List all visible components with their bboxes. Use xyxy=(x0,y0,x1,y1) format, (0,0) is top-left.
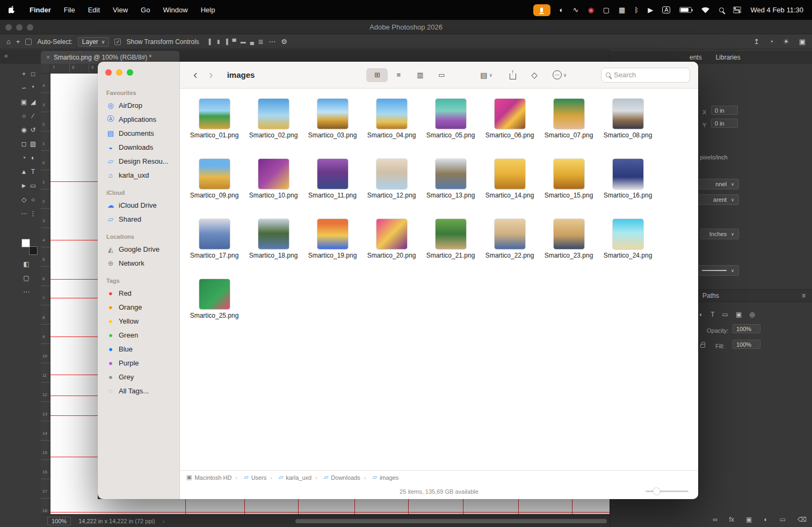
window-manager-icon[interactable]: ▢ xyxy=(603,6,610,13)
file-item[interactable]: Smartico_03.png xyxy=(303,99,362,159)
slider-knob[interactable] xyxy=(653,488,660,495)
more-options-icon[interactable]: ⋯ xyxy=(23,288,30,296)
file-thumbnail[interactable] xyxy=(554,219,584,249)
eraser-tool-icon[interactable]: ◻ xyxy=(19,137,28,151)
more-options-icon[interactable]: ⋯ xyxy=(269,38,276,46)
file-item[interactable]: Smartico_13.png xyxy=(421,159,480,219)
menu-item[interactable]: View xyxy=(113,6,128,14)
sidebar-item[interactable]: ●Purple xyxy=(102,356,175,370)
spotlight-search-icon[interactable] xyxy=(719,8,724,12)
path-mask-icon[interactable]: ▣ xyxy=(736,311,742,318)
file-thumbnail[interactable] xyxy=(613,219,643,249)
close-tab-icon[interactable]: × xyxy=(46,54,50,61)
panel-toggle-icon[interactable]: ▣ xyxy=(799,38,806,46)
menu-item[interactable]: Go xyxy=(141,6,150,14)
units-dropdown[interactable]: Inches∨ xyxy=(700,229,739,239)
path-select-tool-icon[interactable]: ► xyxy=(19,179,28,193)
photoshop-title-bar[interactable]: Adobe Photoshop 2026 xyxy=(0,20,812,34)
file-item[interactable]: Smartico_14.png xyxy=(480,159,539,219)
path-shape-icon[interactable]: ▭ xyxy=(722,311,728,318)
file-item[interactable]: Smartico_08.png xyxy=(598,99,657,159)
canvas-area-bottom[interactable] xyxy=(50,499,610,514)
menu-item[interactable]: Help xyxy=(201,6,215,14)
sidebar-item[interactable]: ●Orange xyxy=(102,300,175,314)
guide-line[interactable] xyxy=(50,240,98,240)
photoshop-traffic-lights[interactable] xyxy=(5,24,33,31)
background-color-swatch[interactable] xyxy=(29,246,38,255)
stroke-style-dropdown[interactable]: ∨ xyxy=(696,265,739,276)
eyedropper-tool-icon[interactable]: ◢ xyxy=(28,95,38,109)
healing-brush-tool-icon[interactable]: ○ xyxy=(19,109,28,123)
fullscreen-button[interactable] xyxy=(127,69,133,76)
group-by-button[interactable]: ▤∨ xyxy=(480,71,492,79)
layer-mask-icon[interactable]: ▣ xyxy=(746,516,752,523)
shape-tool-icon[interactable]: ▭ xyxy=(28,179,38,193)
zoom-level-field[interactable]: 100% xyxy=(47,517,71,525)
file-thumbnail[interactable] xyxy=(554,99,584,129)
home-icon[interactable]: ⌂ xyxy=(6,38,11,46)
tags-button[interactable]: ◇ xyxy=(531,70,538,80)
sidebar-item[interactable]: ◭Google Drive xyxy=(102,242,175,256)
path-item[interactable]: ▣Macintosh HD xyxy=(186,474,231,481)
sidebar-item[interactable]: ◎AirDrop xyxy=(102,98,175,112)
file-thumbnail[interactable] xyxy=(317,219,348,249)
guide-line[interactable] xyxy=(50,375,98,375)
forward-button[interactable]: › xyxy=(209,69,213,81)
path-target-icon[interactable]: ◎ xyxy=(749,311,755,318)
file-thumbnail[interactable] xyxy=(258,159,289,189)
sidebar-item[interactable]: ◒Downloads xyxy=(102,140,175,154)
file-thumbnail[interactable] xyxy=(495,99,525,129)
keyboard-icon[interactable]: ▦ xyxy=(619,6,625,13)
type-tool-icon[interactable]: T xyxy=(28,165,38,179)
guide-line[interactable] xyxy=(50,279,98,280)
move-tool-icon[interactable]: + xyxy=(19,67,28,81)
hotspot-icon[interactable]: ∿ xyxy=(572,6,578,13)
file-item[interactable]: Smartico_15.png xyxy=(539,159,598,219)
file-item[interactable]: Smartico_07.png xyxy=(539,99,598,159)
menu-bar-clock[interactable]: Wed 4 Feb 11:30 xyxy=(750,6,803,14)
sidebar-item[interactable]: ◌All Tags... xyxy=(102,384,175,398)
align-bottom-edges-icon[interactable]: ▄ xyxy=(250,39,254,45)
layer-effects-icon[interactable]: fx xyxy=(729,516,734,523)
file-item[interactable]: Smartico_24.png xyxy=(598,219,657,279)
opacity-field[interactable]: 100% xyxy=(733,324,760,333)
canvas-area-left[interactable] xyxy=(50,74,98,514)
sidebar-item[interactable]: ▱Shared xyxy=(102,212,175,226)
panel-tab-libraries[interactable]: Libraries xyxy=(716,54,741,61)
apple-menu-icon[interactable] xyxy=(9,6,17,14)
file-thumbnail[interactable] xyxy=(317,159,348,189)
path-item[interactable]: ▱karla_uxd xyxy=(266,474,311,481)
file-thumbnail[interactable] xyxy=(376,159,407,189)
path-item[interactable]: ▱Downloads xyxy=(311,474,360,481)
panel-tab-comments[interactable]: ents xyxy=(690,54,702,61)
clone-stamp-tool-icon[interactable]: ◉ xyxy=(19,123,28,137)
auto-select-checkbox[interactable] xyxy=(25,39,32,45)
file-thumbnail[interactable] xyxy=(376,99,407,129)
menu-item[interactable]: Edit xyxy=(88,6,100,14)
file-thumbnail[interactable] xyxy=(495,159,525,189)
control-center-icon[interactable] xyxy=(733,6,741,13)
crop-tool-icon[interactable]: ▣ xyxy=(19,95,28,109)
now-playing-icon[interactable]: ▶ xyxy=(648,6,653,13)
file-item[interactable]: Smartico_11.png xyxy=(303,159,362,219)
notifications-icon[interactable]: ◔ xyxy=(769,38,773,46)
history-brush-tool-icon[interactable]: ↺ xyxy=(28,123,38,137)
export-icon[interactable]: ↥ xyxy=(753,38,759,46)
color-swatches[interactable] xyxy=(21,239,38,255)
file-item[interactable]: Smartico_04.png xyxy=(362,99,421,159)
file-item[interactable]: Smartico_19.png xyxy=(303,219,362,279)
microphone-status-button[interactable] xyxy=(533,4,550,16)
file-item[interactable]: Smartico_09.png xyxy=(185,159,244,219)
y-position-field[interactable]: 0 in xyxy=(711,119,738,128)
search-input[interactable] xyxy=(614,71,678,79)
gradient-tool-icon[interactable]: ▨ xyxy=(28,137,38,151)
file-thumbnail[interactable] xyxy=(258,99,289,129)
file-thumbnail[interactable] xyxy=(554,159,584,189)
dodge-tool-icon[interactable]: ◐ xyxy=(28,151,38,165)
horizontal-scrollbar[interactable] xyxy=(295,519,607,523)
sidebar-item[interactable]: ●Green xyxy=(102,328,175,342)
file-thumbnail[interactable] xyxy=(495,219,525,249)
column-view-button[interactable]: ▥ xyxy=(409,68,431,82)
file-thumbnail[interactable] xyxy=(436,159,466,189)
guide-line[interactable] xyxy=(50,512,610,513)
